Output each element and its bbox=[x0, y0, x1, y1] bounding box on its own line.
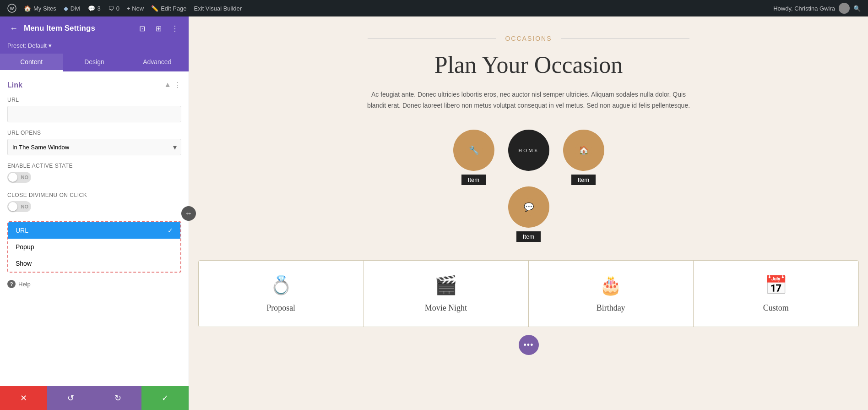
occasions-header: OCCASIONS bbox=[198, 35, 859, 42]
collapse-icon[interactable]: ▲ bbox=[164, 81, 171, 89]
exit-visual-builder-item[interactable]: Exit Visual Builder bbox=[190, 0, 246, 16]
wp-logo-icon: W bbox=[7, 4, 16, 13]
chat-item-label: Item bbox=[516, 231, 541, 242]
cancel-button[interactable]: ✕ bbox=[0, 386, 47, 410]
close-divimenu-toggle[interactable]: NO bbox=[7, 201, 31, 212]
dropdown-option-show[interactable]: Show bbox=[8, 255, 180, 272]
birthday-card: 🎂 Birthday bbox=[529, 261, 694, 327]
svg-text:🔧: 🔧 bbox=[469, 145, 479, 155]
divi-item[interactable]: ◆ Divi bbox=[60, 0, 84, 16]
floating-dots-button[interactable]: ••• bbox=[519, 335, 539, 355]
link-section-title: Link bbox=[7, 81, 22, 89]
split-button[interactable]: ⊞ bbox=[152, 22, 165, 35]
birthday-label: Birthday bbox=[597, 303, 625, 313]
tools-icon-group: 🔧 Item bbox=[453, 130, 494, 185]
home-text-icon-group: HOME bbox=[508, 130, 549, 171]
movie-night-card: 🎬 Movie Night bbox=[363, 261, 528, 327]
page-content: OCCASIONS Plan Your Occasion Ac feugiat … bbox=[189, 16, 868, 345]
redo-button[interactable]: ↻ bbox=[94, 386, 141, 410]
comment-icon: 💬 bbox=[88, 5, 95, 12]
comments-count: 3 bbox=[98, 5, 101, 12]
chat-icon-group: 💬 Item bbox=[508, 186, 549, 242]
enable-active-state-label: Enable Active State bbox=[7, 163, 181, 169]
url-opens-label: URL Opens bbox=[7, 130, 181, 136]
url-opens-field-group: URL Opens In The Same Window In A New Ta… bbox=[7, 130, 181, 155]
comments-item[interactable]: 💬 3 bbox=[84, 0, 104, 16]
close-divimenu-toggle-row: NO bbox=[7, 201, 181, 212]
panel-content: Link ▲ ⋮ URL URL Opens In The Same Windo… bbox=[0, 71, 189, 386]
edit-page-label: Edit Page bbox=[161, 5, 186, 12]
house-icon: 🏠 bbox=[575, 141, 593, 159]
user-greeting: Howdy, Christina Gwira bbox=[773, 5, 835, 12]
help-label: Help bbox=[18, 281, 31, 288]
enable-active-state-group: Enable Active State NO bbox=[7, 163, 181, 183]
panel-bottom-bar: ✕ ↺ ↻ ✓ bbox=[0, 386, 189, 410]
tab-design[interactable]: Design bbox=[63, 54, 125, 71]
main-layout: ← Menu Item Settings ⊡ ⊞ ⋮ Preset: Defau… bbox=[0, 16, 868, 410]
resize-handle[interactable]: ↔ bbox=[181, 206, 196, 221]
chat-circle: 💬 bbox=[508, 186, 549, 228]
home-icon: 🏠 bbox=[24, 5, 31, 12]
home-text-circle: HOME bbox=[508, 130, 549, 171]
undo-button[interactable]: ↺ bbox=[47, 386, 94, 410]
page-preview: OCCASIONS Plan Your Occasion Ac feugiat … bbox=[189, 16, 868, 410]
preset-label: Preset: Default ▾ bbox=[7, 42, 52, 49]
save-icon: ✓ bbox=[162, 393, 168, 403]
section-more-icon[interactable]: ⋮ bbox=[174, 81, 181, 89]
close-divimenu-label: Close DiviMenu On Click bbox=[7, 192, 181, 198]
occasions-label: OCCASIONS bbox=[505, 35, 552, 42]
url-opens-select-wrapper: In The Same Window In A New Tab bbox=[7, 139, 181, 155]
edit-page-item[interactable]: ✏️ Edit Page bbox=[147, 0, 190, 16]
svg-text:💬: 💬 bbox=[524, 202, 534, 212]
help-row[interactable]: ? Help bbox=[7, 280, 181, 288]
home-item-label: Item bbox=[571, 175, 596, 185]
edit-icon: ✏️ bbox=[151, 5, 158, 12]
panel-header: ← Menu Item Settings ⊡ ⊞ ⋮ bbox=[0, 16, 189, 40]
minimize-button[interactable]: ⊡ bbox=[136, 22, 148, 35]
dropdown-option-popup[interactable]: Popup bbox=[8, 239, 180, 255]
panel-title: Menu Item Settings bbox=[24, 24, 132, 33]
preset-selector[interactable]: Preset: Default ▾ bbox=[0, 40, 189, 54]
tab-content[interactable]: Content bbox=[0, 54, 63, 71]
movie-night-icon: 🎬 bbox=[434, 274, 457, 296]
undo-icon: ↺ bbox=[67, 393, 74, 403]
avatar bbox=[839, 3, 850, 14]
url-field-group: URL bbox=[7, 97, 181, 130]
admin-bar-user: Howdy, Christina Gwira 🔍 bbox=[770, 3, 864, 14]
url-label: URL bbox=[7, 97, 181, 103]
occasions-line-right bbox=[561, 38, 689, 39]
subtitle-text: Ac feugiat ante. Donec ultricies loborti… bbox=[364, 89, 694, 111]
cancel-icon: ✕ bbox=[20, 393, 27, 403]
search-icon[interactable]: 🔍 bbox=[853, 5, 861, 12]
enable-active-state-toggle-row: NO bbox=[7, 172, 181, 183]
comment-bubble-count: 0 bbox=[116, 5, 119, 12]
wp-logo-item[interactable]: W bbox=[4, 0, 20, 16]
url-opens-select[interactable]: In The Same Window In A New Tab bbox=[7, 139, 181, 155]
exit-visual-builder-label: Exit Visual Builder bbox=[194, 5, 242, 12]
custom-icon: 📅 bbox=[765, 274, 787, 296]
save-button[interactable]: ✓ bbox=[141, 386, 189, 410]
custom-card: 📅 Custom bbox=[694, 261, 858, 327]
tab-advanced[interactable]: Advanced bbox=[126, 54, 189, 71]
enable-active-state-toggle[interactable]: NO bbox=[7, 172, 31, 183]
panel-tabs: Content Design Advanced bbox=[0, 54, 189, 71]
toggle-no-label: NO bbox=[21, 175, 29, 180]
divi-icon: ◆ bbox=[64, 5, 68, 12]
comment-bubble-item[interactable]: 🗨 0 bbox=[104, 0, 123, 16]
tools-circle: 🔧 bbox=[453, 130, 494, 171]
birthday-icon: 🎂 bbox=[599, 274, 622, 296]
redo-icon: ↻ bbox=[114, 393, 121, 403]
help-icon: ? bbox=[7, 280, 16, 288]
new-item[interactable]: + New bbox=[123, 0, 147, 16]
my-sites-item[interactable]: 🏠 My Sites bbox=[20, 0, 60, 16]
custom-label: Custom bbox=[763, 303, 789, 313]
back-button[interactable]: ← bbox=[7, 22, 20, 35]
checkmark-icon: ✓ bbox=[168, 227, 173, 234]
toggle-knob bbox=[8, 173, 17, 182]
close-divimenu-group: Close DiviMenu On Click NO bbox=[7, 192, 181, 212]
url-input[interactable] bbox=[7, 106, 181, 122]
section-icons: ▲ ⋮ bbox=[164, 81, 181, 89]
panel-header-icons: ⊡ ⊞ ⋮ bbox=[136, 22, 181, 35]
dropdown-option-url[interactable]: URL ✓ bbox=[8, 222, 180, 239]
more-options-button[interactable]: ⋮ bbox=[168, 22, 181, 35]
